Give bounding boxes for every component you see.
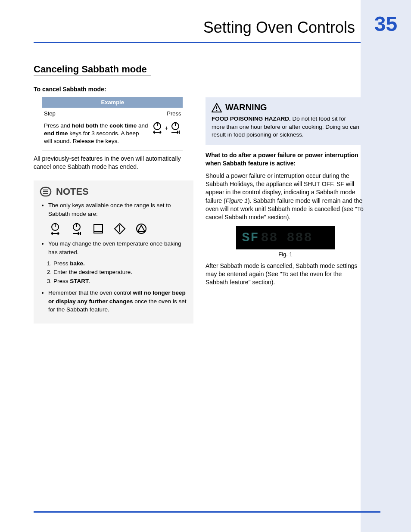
t: cook time bbox=[109, 122, 137, 129]
step-2: Enter the desired temperature. bbox=[53, 268, 187, 277]
step-3: Press START. bbox=[53, 277, 187, 286]
warning-text: FOOD POISONING HAZARD. Do not let food s… bbox=[212, 115, 359, 139]
warning-heading: WARNING bbox=[212, 103, 359, 112]
end-time-icon bbox=[170, 122, 181, 134]
end-time-key-icon bbox=[71, 222, 83, 235]
t: hold both bbox=[72, 122, 98, 129]
notes-box: NOTES The only keys available once the r… bbox=[34, 180, 193, 324]
content-area: Canceling Sabbath mode To cancel Sabbath… bbox=[34, 64, 365, 324]
t: the bbox=[98, 122, 109, 129]
example-table: Example Step Press Press and hold both t… bbox=[42, 97, 183, 150]
warning-box: WARNING FOOD POISONING HAZARD. Do not le… bbox=[206, 97, 365, 145]
footer-rule bbox=[34, 511, 380, 513]
after-table-text: All previously-set features in the oven … bbox=[34, 155, 193, 171]
after-figure-para: After Sabbath mode is cancelled, Sabbath… bbox=[206, 262, 365, 287]
section-heading: Canceling Sabbath mode bbox=[34, 64, 151, 75]
t: and bbox=[137, 122, 148, 129]
notes-title: NOTES bbox=[56, 186, 89, 197]
notes-list: The only keys available once the range i… bbox=[42, 201, 187, 218]
warning-icon bbox=[212, 103, 222, 112]
page-stripe bbox=[361, 0, 411, 532]
available-keys-row bbox=[49, 222, 187, 235]
table-press-icons: + bbox=[150, 119, 183, 150]
table-step-text: Press and hold both the cook time and en… bbox=[42, 119, 150, 150]
table-header: Example bbox=[42, 97, 183, 108]
notes-icon bbox=[40, 186, 52, 198]
cook-time-icon bbox=[152, 122, 163, 134]
display-dim: 88 888 bbox=[261, 230, 313, 245]
notes-heading: NOTES bbox=[40, 186, 187, 198]
t: bake. bbox=[70, 260, 85, 267]
table-col-press: Press bbox=[150, 108, 183, 119]
header-rule bbox=[34, 42, 361, 43]
t: Remember that the oven control bbox=[48, 289, 133, 296]
plus-label: + bbox=[165, 124, 168, 132]
notes-bullet-1: The only keys available once the range i… bbox=[48, 201, 187, 218]
power-failure-para: Should a power failure or interruption o… bbox=[206, 172, 365, 222]
step-1: Press bake. bbox=[53, 259, 187, 268]
notes-steps: Press bake. Enter the desired temperatur… bbox=[46, 259, 187, 286]
notes-bullet-3: Remember that the oven control will no l… bbox=[48, 289, 187, 314]
warning-title: WARNING bbox=[225, 103, 267, 112]
page: 35 Setting Oven Controls Canceling Sabba… bbox=[0, 0, 411, 532]
page-number-box: 35 bbox=[361, 12, 411, 36]
sub-heading: To cancel Sabbath mode: bbox=[34, 86, 193, 93]
display-figure: SF 88 888 bbox=[236, 226, 335, 249]
figure-caption: Fig. 1 bbox=[206, 251, 365, 258]
power-failure-heading: What to do after a power failure or powe… bbox=[206, 151, 365, 168]
left-column: Canceling Sabbath mode To cancel Sabbath… bbox=[34, 64, 193, 324]
notes-list-3: Remember that the oven control will no l… bbox=[42, 289, 187, 314]
t: Press bbox=[53, 260, 70, 267]
page-number: 35 bbox=[374, 12, 397, 35]
notes-bullet-2: You may change the oven temperature once… bbox=[48, 240, 187, 256]
notes-list-2: You may change the oven temperature once… bbox=[42, 240, 187, 256]
cook-time-key-icon bbox=[49, 222, 61, 235]
t: Press bbox=[53, 278, 70, 284]
t: . bbox=[89, 278, 90, 284]
right-column: WARNING FOOD POISONING HAZARD. Do not le… bbox=[206, 64, 365, 324]
t: FOOD POISONING HAZARD. bbox=[212, 115, 291, 122]
stop-key-icon bbox=[135, 223, 147, 235]
bake-key-icon bbox=[92, 223, 104, 235]
t: Figure 1 bbox=[226, 197, 248, 204]
display-sf: SF bbox=[242, 230, 259, 245]
table-col-step: Step bbox=[42, 108, 150, 119]
t: START bbox=[70, 278, 89, 284]
t: Press and bbox=[44, 122, 72, 129]
start-key-icon bbox=[114, 223, 126, 235]
page-title: Setting Oven Controls bbox=[203, 19, 355, 37]
svg-point-13 bbox=[216, 110, 218, 111]
t: end time bbox=[44, 130, 68, 137]
